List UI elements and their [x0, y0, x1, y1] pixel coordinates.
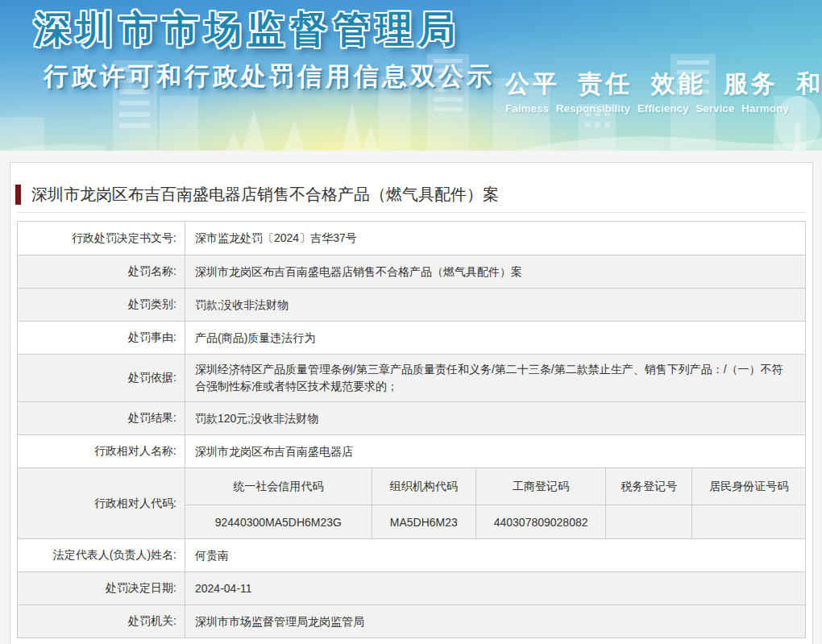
codes-header-org-code: 组织机构代码 [372, 468, 475, 505]
table-row-penalty-reason: 处罚事由: 产品(商品)质量违法行为 [18, 321, 805, 354]
row-value: 罚款120元;没收非法财物 [185, 402, 805, 434]
banner-subtitle: 行政许可和行政处罚信用信息双公示 [44, 60, 495, 93]
case-title: 深圳市龙岗区布吉百南盛电器店销售不合格产品（燃气具配件）案 [31, 184, 499, 206]
table-row-penalty-result: 处罚结果: 罚款120元;没收非法财物 [18, 401, 805, 434]
codes-header-business-reg: 工商登记码 [475, 468, 605, 505]
codes-value-org-code: MA5DH6M23 [372, 505, 475, 538]
row-label: 处罚类别: [18, 289, 185, 321]
row-label: 处罚结果: [18, 402, 185, 434]
banner-slogan-chinese: 公平 责任 效能 服务 和谐 [505, 68, 822, 101]
title-accent-bar [15, 185, 21, 205]
codes-header-row: 统一社会信用代码 组织机构代码 工商登记码 税务登记号 居民身份证号码 [185, 468, 805, 505]
codes-header-tax-reg: 税务登记号 [605, 468, 691, 505]
table-row-penalty-name: 处罚名称: 深圳市龙岗区布吉百南盛电器店销售不合格产品（燃气具配件）案 [18, 255, 805, 288]
codes-header-id-number: 居民身份证号码 [691, 468, 805, 505]
row-label: 行政相对人名称: [18, 435, 185, 467]
party-codes-subtable: 统一社会信用代码 组织机构代码 工商登记码 税务登记号 居民身份证号码 9244… [185, 468, 805, 538]
table-row-legal-representative: 法定代表人(负责人)姓名: 何贵南 [18, 538, 805, 571]
row-label: 处罚依据: [18, 355, 185, 401]
page: 深圳市市场监督管理局 行政许可和行政处罚信用信息双公示 公平 责任 效能 服务 … [0, 0, 822, 644]
content-card: 深圳市龙岗区布吉百南盛电器店销售不合格产品（燃气具配件）案 行政处罚决定书文号:… [10, 162, 813, 644]
row-label: 处罚决定日期: [18, 572, 185, 605]
row-value: 深市监龙处罚〔2024〕吉华37号 [185, 222, 805, 255]
codes-value-row: 92440300MA5DH6M23G MA5DH6M23 44030780902… [185, 505, 805, 538]
row-value: 深圳市市场监督管理局龙岗监管局 [185, 605, 805, 638]
codes-header-uscc: 统一社会信用代码 [185, 468, 372, 505]
table-row-party-codes: 行政相对人代码: 统一社会信用代码 组织机构代码 工商登记码 税务登记号 居民身… [18, 467, 805, 538]
codes-value-tax-reg [605, 505, 691, 538]
table-row-decision-number: 行政处罚决定书文号: 深市监龙处罚〔2024〕吉华37号 [18, 222, 805, 255]
row-value: 深圳经济特区产品质量管理条例/第三章产品质量责任和义务/第二十三条/第二款禁止生… [185, 355, 805, 401]
row-value: 深圳市龙岗区布吉百南盛电器店 [185, 435, 805, 467]
banner-org-title: 深圳市市场监督管理局 [34, 5, 461, 55]
site-banner: 深圳市市场监督管理局 行政许可和行政处罚信用信息双公示 公平 责任 效能 服务 … [0, 0, 822, 151]
table-row-penalty-category: 处罚类别: 罚款;没收非法财物 [18, 288, 805, 321]
row-value: 罚款;没收非法财物 [185, 289, 805, 321]
row-label: 行政相对人代码: [18, 468, 185, 538]
row-label: 处罚事由: [18, 322, 185, 354]
banner-slogan-english: Faimess Responsibility Efficiency Servic… [505, 102, 822, 114]
table-row-decision-date: 处罚决定日期: 2024-04-11 [18, 571, 805, 605]
codes-value-business-reg: 440307809028082 [475, 505, 605, 538]
row-label: 处罚机关: [18, 605, 185, 638]
row-label: 法定代表人(负责人)姓名: [18, 539, 185, 571]
row-label: 行政处罚决定书文号: [18, 222, 185, 255]
table-row-penalty-authority: 处罚机关: 深圳市市场监督管理局龙岗监管局 [18, 605, 805, 638]
case-title-row: 深圳市龙岗区布吉百南盛电器店销售不合格产品（燃气具配件）案 [15, 184, 806, 206]
row-value: 深圳市龙岗区布吉百南盛电器店销售不合格产品（燃气具配件）案 [185, 256, 805, 288]
row-label: 处罚名称: [18, 256, 185, 288]
row-value: 何贵南 [185, 539, 805, 571]
row-value: 2024-04-11 [185, 572, 805, 605]
row-value: 产品(商品)质量违法行为 [185, 322, 805, 354]
table-row-penalty-basis: 处罚依据: 深圳经济特区产品质量管理条例/第三章产品质量责任和义务/第二十三条/… [18, 354, 805, 401]
penalty-info-table: 行政处罚决定书文号: 深市监龙处罚〔2024〕吉华37号 处罚名称: 深圳市龙岗… [17, 221, 806, 638]
codes-value-uscc: 92440300MA5DH6M23G [185, 505, 372, 538]
title-divider [17, 212, 806, 213]
codes-value-id-number [691, 505, 805, 538]
banner-slogan: 公平 责任 效能 服务 和谐 Faimess Responsibility Ef… [505, 68, 822, 114]
table-row-party-name: 行政相对人名称: 深圳市龙岗区布吉百南盛电器店 [18, 434, 805, 467]
